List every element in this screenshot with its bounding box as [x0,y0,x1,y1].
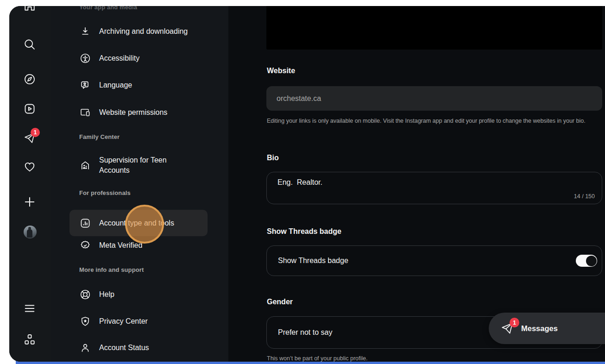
profile-avatar[interactable] [24,226,37,238]
bio-value: Eng. Realtor. [277,178,322,187]
website-helper-text: Editing your links is only available on … [267,117,602,125]
avatar-figure [27,229,32,238]
sidebar-item-label: Account Status [99,343,149,353]
bio-char-counter: 14 / 150 [574,193,595,200]
sidebar-item-privacy-center[interactable]: Privacy Center [69,312,208,331]
messenger-icon: 1 [501,322,514,335]
sidebar-item-label: Archiving and downloading [99,26,188,37]
sidebar-item-label: Privacy Center [99,316,148,326]
bio-heading: Bio [267,154,279,162]
menu-hamburger-icon[interactable] [24,302,36,314]
gender-helper-text: This won’t be part of your public profil… [267,355,602,362]
sidebar-item-help[interactable]: Help [69,285,208,304]
nav-rail: 1 [9,6,51,362]
sidebar-item-website-permissions[interactable]: Website permissions [69,103,208,122]
gender-value: Prefer not to say [278,328,332,337]
threads-badge-label: Show Threads badge [278,257,348,265]
screenshot-stage: 1 Your app and media [0,0,605,364]
family-home-icon [80,160,91,171]
messages-label: Messages [521,324,558,333]
profile-photo-area [266,6,602,50]
shield-star-icon [80,316,91,327]
messenger-icon[interactable]: 1 [24,132,36,144]
create-plus-icon[interactable] [24,196,36,208]
sidebar-item-archiving[interactable]: Archiving and downloading [69,22,208,41]
instagram-app-window: 1 Your app and media [9,6,605,362]
language-icon [80,80,91,91]
download-icon [80,26,91,37]
messages-badge: 1 [510,318,519,327]
verified-seal-icon [80,240,91,251]
lifebuoy-icon [80,289,91,300]
messages-pill[interactable]: 1 Messages [489,313,605,344]
threads-badge-heading: Show Threads badge [267,227,341,236]
home-icon[interactable] [24,6,36,12]
bio-textarea[interactable]: Eng. Realtor. 14 / 150 [266,172,602,204]
sidebar-item-meta-verified[interactable]: Meta Verified [69,236,208,255]
sidebar-item-label: Website permissions [99,107,167,118]
section-header-more-info-and-support: More info and support [79,266,144,273]
gender-heading: Gender [267,298,293,306]
explore-icon[interactable] [24,73,36,85]
section-header-for-professionals: For professionals [79,189,131,196]
sidebar-item-language[interactable]: Language [69,76,208,94]
threads-badge-toggle[interactable] [576,255,597,267]
notifications-heart-icon[interactable] [24,161,36,173]
sidebar-item-account-type-and-tools[interactable]: Account type and tools [69,210,208,236]
messenger-badge: 1 [31,128,40,137]
website-input[interactable]: orchestate.ca [266,86,602,111]
edit-profile-content: Website orchestate.ca Editing your links… [228,6,605,362]
sidebar-item-label: Account type and tools [99,218,174,228]
person-icon [80,342,91,353]
accessibility-icon [80,53,91,64]
sidebar-item-accessibility[interactable]: Accessibility [69,49,208,68]
website-value: orchestate.ca [277,94,321,103]
sidebar-item-label: Help [99,289,114,300]
section-header-family-center: Family Center [79,133,120,140]
devices-icon [80,107,91,118]
also-from-meta-icon[interactable] [24,333,36,345]
section-header-your-app-and-media: Your app and media [79,6,137,11]
settings-sidebar: Your app and media Archiving and downloa… [51,6,228,362]
chart-box-icon [80,218,91,229]
threads-badge-row: Show Threads badge [266,245,602,276]
toggle-knob [586,256,597,266]
sidebar-item-label: Supervision for Teen Accounts [99,155,196,176]
sidebar-item-label: Accessibility [99,53,139,63]
sidebar-item-label: Meta Verified [99,240,142,251]
sidebar-item-account-status[interactable]: Account Status [69,339,208,357]
sidebar-item-supervision[interactable]: Supervision for Teen Accounts [69,153,208,177]
reels-icon[interactable] [24,103,36,115]
sidebar-item-label: Language [99,80,132,90]
search-icon[interactable] [24,38,36,50]
website-heading: Website [267,67,295,75]
